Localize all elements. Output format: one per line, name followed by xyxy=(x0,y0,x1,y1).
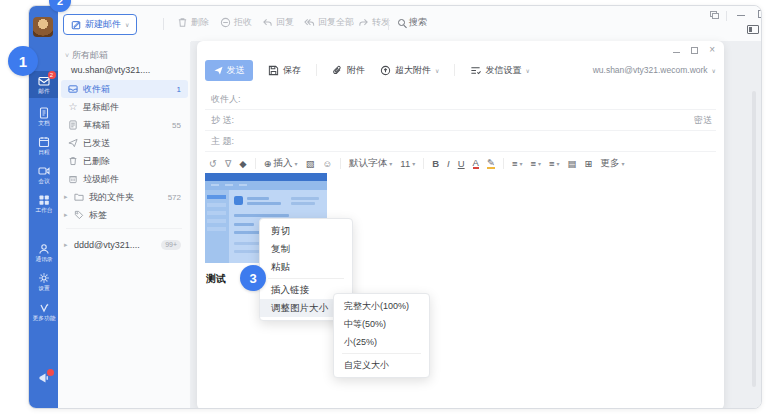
menu-item-cut[interactable]: 剪切 xyxy=(260,222,352,240)
sparkle-icon xyxy=(38,302,50,314)
rail-item-contacts[interactable]: 通讯录 xyxy=(29,239,58,266)
forward-button[interactable]: 转发 xyxy=(358,16,390,29)
sidebar-item-sent[interactable]: 已发送 xyxy=(61,134,188,152)
rail-item-settings[interactable]: 设置 xyxy=(29,268,58,295)
megaphone-icon xyxy=(38,372,50,384)
rail-item-announcements[interactable] xyxy=(29,364,58,391)
format-painter-button[interactable]: ∇ xyxy=(225,158,231,169)
grid-icon xyxy=(38,194,50,206)
undo-button[interactable]: ↺ xyxy=(209,158,217,169)
restore-window-button[interactable] xyxy=(710,11,719,19)
sidebar-item-starred[interactable]: ☆ 星标邮件 xyxy=(61,98,188,116)
reply-button[interactable]: 回复 xyxy=(262,16,294,29)
save-button[interactable]: 保存 xyxy=(268,64,301,77)
divider xyxy=(454,64,455,76)
chevron-down-icon: ▾ xyxy=(538,160,541,167)
expand-icon: ▸ xyxy=(64,241,69,249)
font-family-select[interactable]: 默认字体 ▾ xyxy=(349,157,392,170)
chevron-down-icon: ▾ xyxy=(519,160,522,167)
insert-menu-button[interactable]: ⊕ 插入 ▾ xyxy=(264,157,298,170)
divider xyxy=(268,278,344,279)
rail-item-more-features[interactable]: 更多功能 xyxy=(29,298,58,325)
minimize-button[interactable] xyxy=(737,15,745,16)
menu-item-copy[interactable]: 复制 xyxy=(260,240,352,258)
panel-layout-icon[interactable] xyxy=(747,25,759,34)
avatar[interactable] xyxy=(33,17,53,37)
bullet-list-button[interactable]: ≡ ▾ xyxy=(530,158,541,169)
large-attachment-button[interactable]: 超大附件 ∨ xyxy=(380,64,439,77)
rail-item-label: 通讯录 xyxy=(35,256,52,262)
new-mail-label: 新建邮件 xyxy=(85,18,121,31)
send-settings-button[interactable]: 发信设置 ∨ xyxy=(470,64,529,77)
notification-dot xyxy=(47,369,54,376)
new-mail-button[interactable]: 新建邮件 ∨ xyxy=(63,14,137,35)
maximize-button[interactable] xyxy=(758,10,762,18)
minimize-button[interactable] xyxy=(673,52,680,53)
junk-icon xyxy=(68,174,78,184)
font-color-button[interactable]: A xyxy=(473,158,479,169)
rail-item-docs[interactable]: 文档 xyxy=(29,103,58,130)
send-button[interactable]: 发送 xyxy=(205,60,253,81)
to-field[interactable]: 收件人: xyxy=(205,89,716,110)
chevron-down-icon: ▾ xyxy=(295,160,298,167)
clear-format-button[interactable]: ◆ xyxy=(239,158,246,169)
menu-item-paste[interactable]: 粘贴 xyxy=(260,258,352,276)
submenu-item-custom-size[interactable]: 自定义大小 xyxy=(334,356,429,374)
rail-item-label: 邮件 xyxy=(38,88,49,94)
sidebar-item-inbox[interactable]: 收件箱 1 xyxy=(61,80,188,98)
email-body-text[interactable]: 测试 xyxy=(206,272,226,286)
subject-field[interactable]: 主 题: xyxy=(205,131,716,152)
search-button[interactable]: 搜索 xyxy=(398,16,427,29)
italic-button[interactable]: I xyxy=(447,158,450,169)
compose-window-controls: × xyxy=(673,44,715,56)
chevron-down-icon: ∨ xyxy=(525,67,529,74)
submenu-item-full-size[interactable]: 完整大小(100%) xyxy=(334,297,429,315)
from-account-selector[interactable]: wu.shan@vty321.wecom.work ∨ xyxy=(593,65,716,75)
reply-icon xyxy=(262,17,273,28)
chevron-down-icon: ▾ xyxy=(412,160,415,167)
insert-image-button[interactable]: ▧ xyxy=(306,158,315,169)
sidebar-item-drafts[interactable]: 草稿箱 55 xyxy=(61,116,188,134)
bold-button[interactable]: B xyxy=(432,158,439,169)
align-icon: ≡ xyxy=(512,158,518,169)
item-count: 572 xyxy=(168,193,181,202)
more-tools-button[interactable]: 更多 ▾ xyxy=(601,157,625,170)
rail-item-mail[interactable]: 2 邮件 xyxy=(29,71,58,98)
inbox-icon xyxy=(68,84,78,94)
maximize-button[interactable] xyxy=(691,47,698,54)
scrollbar[interactable] xyxy=(752,91,756,387)
account-secondary[interactable]: ▸ dddd@vty321.... 99+ xyxy=(61,236,188,254)
reject-button[interactable]: 拒收 xyxy=(220,16,252,29)
rail-item-label: 日程 xyxy=(38,149,49,155)
account-primary[interactable]: wu.shan@vty321.... xyxy=(71,65,150,75)
close-button[interactable]: × xyxy=(709,44,715,56)
align-button[interactable]: ≡ ▾ xyxy=(512,158,523,169)
mailbox-group-header[interactable]: ˅ 所有邮箱 xyxy=(65,49,108,62)
submenu-item-medium[interactable]: 中等(50%) xyxy=(334,315,429,333)
insert-table-button[interactable]: ⊞ xyxy=(585,158,593,169)
highlight-button[interactable]: ✎ xyxy=(487,158,495,169)
sidebar-item-junk[interactable]: 垃圾邮件 xyxy=(61,170,188,188)
quote-button[interactable]: ▤ xyxy=(568,158,577,169)
rail-item-calendar[interactable]: 日程 xyxy=(29,132,58,159)
attachment-button[interactable]: 附件 xyxy=(332,64,365,77)
cc-field[interactable]: 抄 送: 密送 xyxy=(205,110,716,131)
sidebar-item-my-folders[interactable]: ▸ 我的文件夹 572 xyxy=(61,188,188,206)
reply-all-button[interactable]: 回复全部 xyxy=(304,16,354,29)
send-icon xyxy=(214,66,223,75)
rail-item-meeting[interactable]: 会议 xyxy=(29,161,58,188)
sidebar-item-tags[interactable]: ▸ 标签 xyxy=(61,206,188,224)
collapse-icon: ˅ xyxy=(65,52,69,59)
emoji-button[interactable]: ☺ xyxy=(323,158,333,169)
cloud-upload-icon xyxy=(380,65,391,76)
sidebar-item-deleted[interactable]: 已删除 xyxy=(61,152,188,170)
rail-item-workbench[interactable]: 工作台 xyxy=(29,190,58,217)
bcc-toggle-link[interactable]: 密送 xyxy=(694,114,716,127)
underline-button[interactable]: U xyxy=(458,158,465,169)
numbered-list-button[interactable]: ≡ ▾ xyxy=(549,158,560,169)
delete-button[interactable]: 删除 xyxy=(177,16,209,29)
divider xyxy=(163,18,164,30)
font-size-select[interactable]: 11 ▾ xyxy=(400,158,415,169)
divider xyxy=(423,158,424,169)
submenu-item-small[interactable]: 小(25%) xyxy=(334,333,429,351)
